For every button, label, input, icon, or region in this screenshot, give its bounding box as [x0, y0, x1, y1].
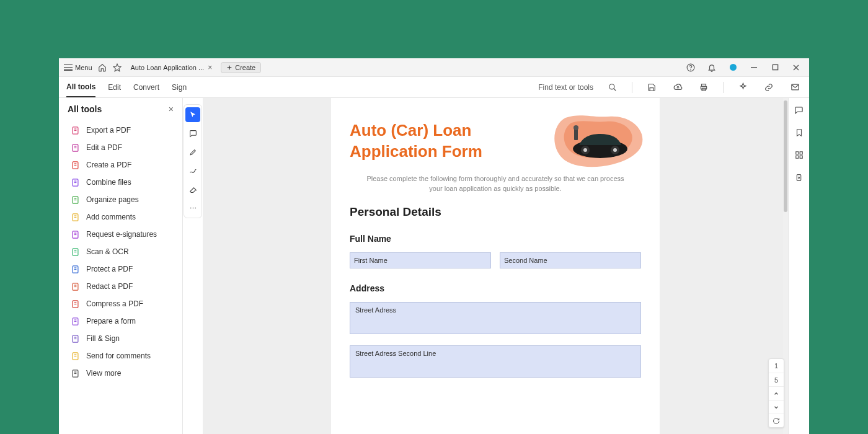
left-panel-header: All tools ×	[59, 98, 182, 120]
comments-panel-icon[interactable]	[793, 104, 805, 117]
create-label: Create	[235, 64, 255, 71]
sidebar-item-organize-pages[interactable]: Organize pages	[59, 191, 182, 208]
save-icon[interactable]	[645, 81, 658, 94]
help-icon[interactable]	[683, 60, 699, 75]
intro-text: Please complete the following form thoro…	[362, 174, 629, 194]
svg-rect-68	[574, 129, 578, 140]
erase-tool-icon[interactable]	[185, 182, 200, 197]
more-tools-icon[interactable]	[185, 200, 200, 215]
sidebar-item-label: Edit a PDF	[86, 143, 122, 152]
page-down-icon[interactable]	[769, 400, 784, 414]
refresh-icon[interactable]	[769, 414, 784, 427]
tab-label: Auto Loan Application ...	[131, 64, 205, 71]
highlight-tool-icon[interactable]	[185, 144, 200, 159]
profile-avatar[interactable]	[725, 60, 741, 75]
label-address: Address	[350, 283, 641, 293]
page-total: 5	[769, 373, 784, 386]
svg-line-10	[614, 88, 616, 91]
print-icon[interactable]	[697, 81, 711, 94]
panel-close-icon[interactable]: ×	[169, 104, 174, 114]
sidebar-item-export-a-pdf[interactable]: Export a PDF	[59, 122, 182, 139]
prepare-form-icon	[70, 316, 80, 326]
svg-rect-70	[795, 152, 798, 154]
sidebar-item-edit-a-pdf[interactable]: Edit a PDF	[59, 139, 182, 156]
window-minimize-icon[interactable]	[746, 60, 762, 75]
hamburger-icon	[64, 64, 73, 71]
svg-rect-6	[773, 64, 777, 69]
avatar-dot	[730, 64, 737, 71]
first-name-field[interactable]: First Name	[350, 252, 491, 268]
main-area: All tools × Export a PDFEdit a PDFCreate…	[59, 98, 809, 434]
sidebar-item-label: Export a PDF	[86, 126, 131, 135]
bookmarks-panel-icon[interactable]	[793, 126, 805, 139]
sidebar-item-label: Combine files	[86, 178, 131, 187]
svg-point-62	[195, 207, 196, 208]
window-close-icon[interactable]	[788, 60, 804, 75]
sidebar-item-fill-sign[interactable]: Fill & Sign	[59, 330, 182, 347]
scrollbar-thumb[interactable]	[784, 100, 787, 212]
sidebar-item-request-e-signatures[interactable]: Request e-signatures	[59, 226, 182, 243]
sidebar-item-redact-a-pdf[interactable]: Redact a PDF	[59, 278, 182, 295]
sidebar-item-label: Compress a PDF	[86, 299, 143, 308]
protect-pdf-icon	[70, 264, 80, 274]
second-name-field[interactable]: Second Name	[500, 252, 641, 268]
cloud-upload-icon[interactable]	[671, 81, 684, 94]
sidebar-item-prepare-a-form[interactable]: Prepare a form	[59, 312, 182, 330]
sidebar-item-label: Send for comments	[86, 352, 151, 360]
ai-icon[interactable]	[736, 81, 750, 94]
search-icon[interactable]	[606, 81, 619, 94]
create-pdf-icon	[70, 160, 80, 170]
menu-button[interactable]: Menu	[64, 64, 92, 71]
thumbnails-panel-icon[interactable]	[793, 149, 805, 161]
attachments-panel-icon[interactable]	[793, 171, 805, 184]
mail-icon[interactable]	[788, 81, 802, 94]
left-panel: All tools × Export a PDFEdit a PDFCreate…	[59, 98, 183, 434]
document-canvas[interactable]: Auto (Car) Loan Application Form Please …	[203, 98, 788, 434]
sidebar-item-view-more[interactable]: View more	[59, 365, 182, 382]
star-icon[interactable]	[112, 63, 122, 73]
street-address-field[interactable]: Street Adress	[350, 302, 641, 334]
selection-tool-icon[interactable]	[185, 107, 200, 122]
export-pdf-icon	[70, 125, 80, 135]
tab-edit[interactable]: Edit	[108, 78, 121, 97]
comment-tool-icon[interactable]	[185, 126, 200, 141]
sidebar-item-label: Request e-signatures	[86, 230, 157, 239]
svg-point-61	[192, 207, 193, 208]
svg-rect-74	[797, 174, 801, 180]
page-up-icon[interactable]	[769, 386, 784, 400]
bell-icon[interactable]	[704, 60, 720, 75]
sidebar-item-label: Redact a PDF	[86, 282, 133, 291]
sidebar-item-combine-files[interactable]: Combine files	[59, 174, 182, 191]
section-personal-details: Personal Details	[350, 205, 641, 219]
page-current[interactable]: 1	[769, 359, 784, 373]
right-sidebar	[788, 98, 809, 434]
app-window: Menu Auto Loan Application ... × Create …	[59, 58, 809, 434]
svg-point-65	[583, 148, 587, 152]
view-more-icon	[70, 368, 80, 378]
label-full-name: Full Name	[350, 234, 641, 244]
create-button[interactable]: Create	[221, 62, 261, 73]
window-maximize-icon[interactable]	[767, 60, 783, 75]
link-icon[interactable]	[762, 81, 776, 94]
document-tab[interactable]: Auto Loan Application ... ×	[127, 58, 216, 76]
sidebar-item-send-for-comments[interactable]: Send for comments	[59, 347, 182, 365]
pdf-page: Auto (Car) Loan Application Form Please …	[331, 98, 660, 434]
svg-marker-0	[113, 64, 121, 71]
street-address-2-field[interactable]: Street Adress Second Line	[350, 345, 641, 378]
combine-files-icon	[70, 177, 80, 187]
sidebar-item-label: Create a PDF	[86, 161, 131, 169]
svg-rect-72	[795, 156, 798, 158]
sidebar-item-compress-a-pdf[interactable]: Compress a PDF	[59, 295, 182, 312]
sidebar-item-create-a-pdf[interactable]: Create a PDF	[59, 156, 182, 174]
close-icon[interactable]: ×	[208, 63, 212, 72]
sidebar-item-label: Scan & OCR	[86, 247, 129, 256]
tab-sign[interactable]: Sign	[172, 78, 187, 97]
tab-convert[interactable]: Convert	[133, 78, 159, 97]
sidebar-item-scan-ocr[interactable]: Scan & OCR	[59, 243, 182, 260]
tab-all-tools[interactable]: All tools	[66, 78, 95, 97]
home-icon[interactable]	[97, 63, 107, 73]
sidebar-item-protect-a-pdf[interactable]: Protect a PDF	[59, 260, 182, 278]
sidebar-item-add-comments[interactable]: Add comments	[59, 208, 182, 226]
request-esign-icon	[70, 229, 80, 239]
draw-tool-icon[interactable]	[185, 163, 200, 178]
